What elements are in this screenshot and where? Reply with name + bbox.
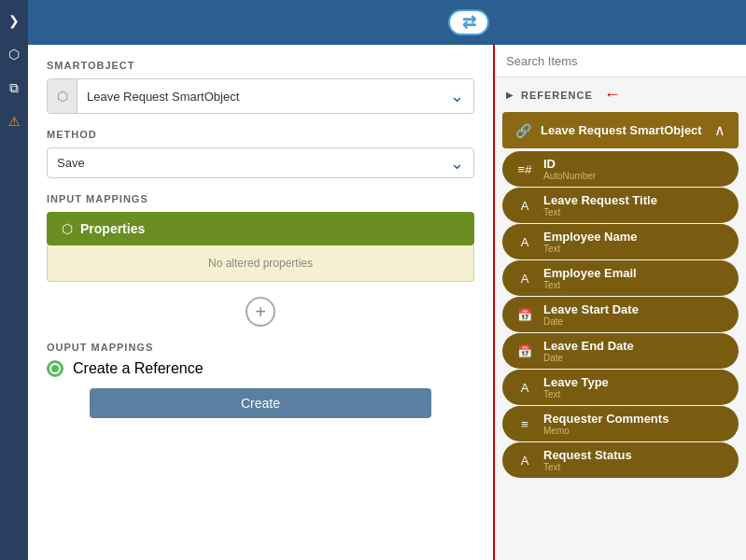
collapse-triangle-icon[interactable]: ▶ [506,90,514,100]
reference-arrow-icon: ← [604,85,621,105]
context-item[interactable]: A Employee Email Text [502,260,739,296]
item-text: Leave Type Text [543,375,725,399]
item-type: Text [543,280,725,290]
add-button[interactable]: + [246,297,275,327]
properties-box[interactable]: ⬡ Properties [47,212,474,245]
method-dropdown[interactable]: Save ⌄ [47,147,474,178]
method-section-label: METHOD [47,129,474,140]
method-value: Save [48,148,441,177]
item-type: Date [543,316,725,327]
reference-header: ▶ REFERENCE ← [495,77,746,112]
reference-label: REFERENCE [521,90,593,101]
chevron-right-icon: ❯ [8,13,20,28]
input-mappings-label: INPUT MAPPINGS [47,193,474,204]
item-type-icon: A [515,381,534,395]
properties-icon: ⬡ [62,221,73,236]
output-mappings-label: OUPUT MAPPINGS [47,342,474,353]
header-right [475,0,746,45]
smartobject-icon: ⬡ [48,79,77,113]
create-btn-container: Create [47,388,474,418]
context-item[interactable]: ≡ Requester Comments Memo [502,406,739,441]
item-text: Employee Email Text [543,266,725,290]
context-browser-toggle-btn[interactable]: ⇄ [448,9,489,35]
item-name: Leave Start Date [543,302,725,316]
smartobject-context-icon: 🔗 [515,123,531,138]
item-text: Leave Request Title Text [543,193,725,217]
smartobject-context-item[interactable]: 🔗 Leave Request SmartObject ∧ [502,112,739,148]
item-type-icon: 📅 [515,308,534,322]
item-type-icon: A [515,272,534,286]
item-type: Text [543,244,725,254]
panels: Context Browser Toggle SMARTOBJECT ⬡ Lea… [28,45,746,560]
item-type: Memo [543,426,725,436]
toggle-overlay: ⇄ [448,9,489,37]
top-header-bar [28,0,746,45]
item-name: Employee Email [543,266,725,280]
item-name: Requester Comments [543,412,725,426]
item-text: Leave Start Date Date [543,302,725,327]
search-bar [495,45,746,77]
radio-inner [51,365,59,372]
context-item[interactable]: ≡# ID AutoNumber [502,151,739,187]
item-name: ID [543,157,725,171]
item-text: Employee Name Text [543,230,725,254]
right-panel: Context Browser Recent ▶ REFERENCE ← 🔗 L… [495,45,746,560]
sidebar-expand[interactable]: ❯ [3,9,25,32]
smartobject-dropdown[interactable]: ⬡ Leave Request SmartObject ⌄ [47,78,474,114]
context-item[interactable]: A Leave Type Text [502,370,739,405]
main-content: Context Browser Toggle SMARTOBJECT ⬡ Lea… [28,45,746,560]
add-btn-container: + [47,297,474,327]
search-input[interactable] [506,54,735,68]
item-type: Date [543,353,725,363]
item-text: ID AutoNumber [543,157,725,181]
create-button[interactable]: Create [90,388,431,418]
sidebar-cube-icon[interactable]: ⬡ [3,43,25,65]
method-dropdown-arrow[interactable]: ⌄ [441,153,473,174]
smartobject-context-label: Leave Request SmartObject [541,123,705,137]
context-item[interactable]: A Employee Name Text [502,224,739,259]
item-name: Request Status [543,448,725,462]
item-text: Request Status Text [543,448,725,472]
properties-label: Properties [80,221,145,236]
item-type: AutoNumber [543,171,725,181]
left-panel: Context Browser Toggle SMARTOBJECT ⬡ Lea… [28,45,495,560]
output-mappings-row: Create a Reference [47,360,474,377]
smartobject-dropdown-arrow[interactable]: ⌄ [441,86,473,106]
context-item[interactable]: A Request Status Text [502,442,739,478]
item-type-icon: A [515,235,534,249]
sidebar-warning-icon[interactable]: ⚠ [3,110,25,133]
no-altered-text: No altered properties [47,245,474,282]
item-type-icon: ≡ [515,417,534,431]
smartobject-value: Leave Request SmartObject [77,82,441,111]
create-reference-radio[interactable] [47,360,63,377]
item-text: Requester Comments Memo [543,412,725,436]
item-type-icon: 📅 [515,344,534,358]
item-name: Leave Request Title [543,193,725,207]
context-item[interactable]: A Leave Request Title Text [502,188,739,223]
context-item[interactable]: 📅 Leave Start Date Date [502,297,739,332]
item-name: Leave Type [543,375,725,389]
item-type: Text [543,207,725,217]
create-reference-label: Create a Reference [73,360,204,377]
item-name: Leave End Date [543,339,725,353]
item-type-icon: A [515,199,534,213]
sidebar-layers-icon[interactable]: ⧉ [3,77,25,99]
context-items-list: ≡# ID AutoNumber A Leave Request Title T… [495,150,746,560]
smartobject-section-label: SMARTOBJECT [47,60,474,71]
sidebar: ❯ ⬡ ⧉ ⚠ [0,0,28,560]
item-type: Text [543,462,725,472]
context-item[interactable]: 📅 Leave End Date Date [502,333,739,369]
item-text: Leave End Date Date [543,339,725,363]
smartobject-collapse-icon[interactable]: ∧ [714,121,725,139]
item-type: Text [543,389,725,399]
cube-small-icon: ⬡ [57,89,68,104]
item-type-icon: ≡# [515,162,534,176]
item-type-icon: A [515,454,534,468]
item-name: Employee Name [543,230,725,244]
